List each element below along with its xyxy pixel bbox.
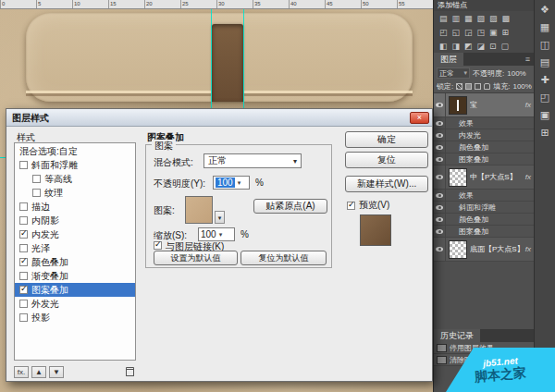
new-style-button[interactable]: 新建样式(W)...	[345, 176, 428, 192]
close-icon[interactable]: ×	[410, 112, 429, 124]
move-style-up-button[interactable]: ▲	[31, 366, 46, 378]
style-item-outer-glow[interactable]: 外发光	[15, 297, 135, 311]
layer-row-bottom[interactable]: 底面【P大点S】 fx	[434, 238, 534, 262]
lock-transparency-icon[interactable]	[456, 83, 462, 90]
style-item-inner-shadow[interactable]: 内阴影	[15, 214, 135, 227]
layer-row-middle[interactable]: 中【P大点S】 fx	[434, 165, 534, 190]
dock-panel-icon[interactable]: ▦	[540, 22, 549, 32]
delete-style-trash-icon[interactable]	[126, 367, 134, 376]
panel-icon[interactable]: ▥	[452, 14, 461, 23]
layer-row-text-layer[interactable]: 宝 fx	[434, 93, 534, 117]
blend-mode-dropdown[interactable]: 正常	[204, 153, 302, 168]
panel-icon[interactable]: ◩	[464, 42, 473, 51]
panel-icon[interactable]: ⊡	[489, 42, 497, 51]
style-item-drop-shadow[interactable]: 投影	[15, 311, 135, 325]
eye-column[interactable]	[434, 226, 446, 237]
panel-icon[interactable]: ◱	[452, 28, 461, 37]
panel-icon[interactable]: ▦	[464, 14, 473, 23]
eye-column[interactable]	[434, 129, 446, 141]
reset-default-button[interactable]: 复位为默认值	[240, 251, 327, 265]
tab-layers[interactable]: 图层	[434, 53, 463, 66]
eye-column[interactable]	[434, 190, 446, 201]
lock-pixels-icon[interactable]	[465, 83, 472, 90]
panel-menu-icon[interactable]: ≡	[525, 55, 534, 64]
style-item-blending-options[interactable]: 混合选项:自定	[15, 144, 135, 158]
move-style-down-button[interactable]: ▼	[49, 366, 64, 378]
opacity-input[interactable]: 100	[213, 176, 250, 190]
panel-icon[interactable]: ◪	[477, 42, 486, 51]
fx-badge[interactable]: fx	[525, 173, 534, 181]
eye-column[interactable]	[434, 117, 446, 129]
effect-row-bevel-emboss[interactable]: 斜面和浮雕	[434, 202, 534, 214]
layer-name[interactable]: 宝	[470, 100, 477, 110]
style-item-satin[interactable]: 光泽	[15, 241, 135, 255]
dock-panel-icon[interactable]: ◫	[540, 40, 549, 50]
panel-icon[interactable]: ◳	[477, 28, 486, 37]
effect-row-pattern-overlay[interactable]: 图案叠加	[434, 153, 534, 165]
eye-column[interactable]	[434, 202, 446, 213]
checkbox-icon[interactable]	[19, 216, 28, 225]
visibility-eye-icon[interactable]	[436, 145, 443, 150]
style-item-contour[interactable]: 等高线	[15, 172, 135, 186]
effect-row-pattern-overlay[interactable]: 图案叠加	[434, 226, 534, 238]
effect-row-color-overlay[interactable]: 颜色叠加	[434, 214, 534, 226]
lock-position-icon[interactable]	[475, 83, 481, 90]
visibility-eye-icon[interactable]	[436, 217, 443, 222]
checkbox-icon[interactable]	[19, 272, 28, 280]
dock-panel-icon[interactable]: ▤	[540, 57, 549, 67]
horizontal-ruler[interactable]: 0 5 10 15 20 25 30 35 40 45 50 55	[0, 0, 433, 9]
effect-row-inner-glow[interactable]: 内发光	[434, 129, 534, 141]
checkbox-icon[interactable]	[19, 313, 28, 322]
fill-value[interactable]: 100%	[512, 82, 531, 91]
eye-column[interactable]	[434, 141, 446, 153]
checkbox-checked-icon[interactable]	[19, 230, 28, 239]
visibility-eye-icon[interactable]	[436, 205, 443, 210]
dock-panel-icon[interactable]: ❖	[540, 5, 549, 15]
panel-icon[interactable]: ◧	[439, 42, 448, 51]
eye-column[interactable]	[434, 93, 446, 116]
visibility-eye-icon[interactable]	[436, 133, 443, 138]
panel-icon[interactable]: ◰	[439, 28, 448, 37]
layer-thumbnail[interactable]	[449, 168, 467, 187]
fx-badge[interactable]: fx	[525, 101, 534, 109]
layer-name[interactable]: 中【P大点S】	[470, 172, 517, 182]
visibility-eye-icon[interactable]	[436, 121, 443, 126]
visibility-eye-icon[interactable]	[436, 103, 443, 107]
effect-row-color-overlay[interactable]: 颜色叠加	[434, 141, 534, 153]
panel-icon[interactable]: ◲	[464, 28, 473, 37]
dock-panel-icon[interactable]: ✚	[540, 75, 549, 85]
panel-icon[interactable]: ◨	[452, 42, 461, 51]
eye-column[interactable]	[434, 238, 446, 261]
style-item-color-overlay[interactable]: 颜色叠加	[15, 255, 135, 269]
checkbox-icon[interactable]	[19, 202, 28, 211]
panel-icon[interactable]: ▤	[439, 14, 448, 23]
checkbox-icon[interactable]	[19, 161, 28, 169]
dock-panel-icon[interactable]: ⊞	[540, 128, 549, 138]
ok-button[interactable]: 确定	[345, 131, 428, 148]
set-default-button[interactable]: 设置为默认值	[154, 251, 238, 265]
checkbox-checked-icon[interactable]	[19, 258, 28, 266]
panel-icon[interactable]: ▣	[489, 28, 498, 37]
layer-thumbnail[interactable]	[449, 96, 467, 115]
visibility-eye-icon[interactable]	[436, 175, 443, 179]
style-item-gradient-overlay[interactable]: 渐变叠加	[15, 269, 135, 283]
style-item-texture[interactable]: 纹理	[15, 186, 135, 200]
panel-icon[interactable]: ▢	[501, 42, 510, 51]
visibility-eye-icon[interactable]	[436, 157, 443, 162]
link-with-layer-checkbox[interactable]	[154, 241, 162, 250]
eye-column[interactable]	[434, 214, 446, 225]
visibility-eye-icon[interactable]	[436, 247, 443, 251]
panel-icon[interactable]: ⊞	[502, 28, 510, 37]
layers-opacity-value[interactable]: 100%	[507, 69, 525, 78]
pattern-swatch[interactable]	[185, 196, 213, 224]
pattern-picker-arrow-icon[interactable]: ▾	[215, 211, 225, 224]
eye-column[interactable]	[434, 153, 446, 165]
panel-icon[interactable]: ▨	[489, 14, 498, 23]
layer-thumbnail[interactable]	[449, 240, 467, 259]
layers-blend-mode-dropdown[interactable]: 正常	[437, 67, 470, 79]
visibility-eye-icon[interactable]	[436, 193, 443, 198]
effects-header-row[interactable]: 效果	[434, 117, 534, 129]
tab-history[interactable]: 历史记录	[434, 329, 480, 342]
dock-panel-icon[interactable]: ◰	[540, 92, 549, 103]
layer-name[interactable]: 底面【P大点S】	[470, 244, 524, 254]
